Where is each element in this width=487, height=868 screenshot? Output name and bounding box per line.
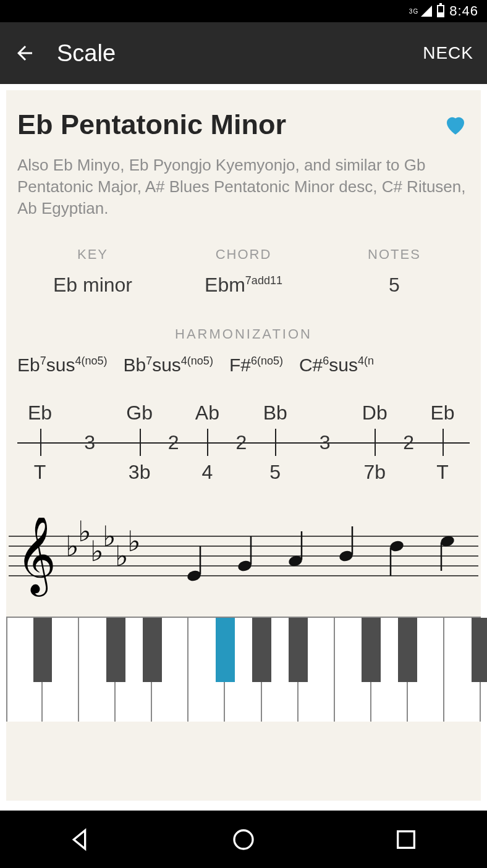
android-nav-bar (0, 811, 487, 868)
nav-home-icon[interactable] (231, 827, 256, 852)
black-key[interactable] (289, 618, 308, 682)
battery-icon (437, 5, 444, 17)
harmonization-chord[interactable]: C#6sus4(n (299, 355, 374, 376)
notes-value: 5 (319, 274, 470, 297)
black-key[interactable] (143, 618, 162, 682)
scale-title: Eb Pentatonic Minor (17, 109, 441, 141)
interval-note: Db (362, 402, 387, 424)
interval-tick (40, 429, 41, 456)
flat-icon: ♭ (66, 531, 79, 562)
interval-degree: 3b (129, 461, 151, 484)
harmonization-chord[interactable]: Bb7sus4(no5) (123, 355, 213, 376)
interval-note: Bb (263, 402, 287, 424)
flat-icon: ♭ (90, 536, 104, 567)
harmonization-row[interactable]: Eb7sus4(no5)Bb7sus4(no5)F#6(no5)C#6sus4(… (17, 355, 470, 376)
harmonization-chord[interactable]: Eb7sus4(no5) (17, 355, 107, 376)
neck-button[interactable]: NECK (423, 43, 473, 63)
interval-tick (443, 429, 444, 456)
interval-gap: 2 (235, 431, 247, 454)
interval-gap: 2 (168, 431, 179, 454)
page-body: Eb Pentatonic Minor Also Eb Minyo, Eb Py… (0, 84, 487, 811)
network-label: 3G (409, 8, 418, 15)
interval-degree: 4 (202, 461, 213, 484)
back-icon[interactable] (14, 42, 36, 64)
interval-gap: 2 (403, 431, 414, 454)
interval-chart: EbTGb3bAb4Bb5Db7bEbT32232 (17, 402, 470, 494)
harmonization-label: HARMONIZATION (17, 326, 470, 342)
black-key[interactable] (252, 618, 271, 682)
interval-gap: 3 (320, 431, 331, 454)
treble-clef-icon: 𝄞 (16, 518, 56, 597)
interval-gap: 3 (84, 431, 95, 454)
chord-base: Ebm (205, 274, 245, 296)
scale-description: Also Eb Minyo, Eb Pyongjo Kyemyonjo, and… (17, 154, 470, 219)
info-row: KEY Eb minor CHORD Ebm7add11 NOTES 5 (17, 246, 470, 297)
interval-note: Gb (126, 402, 153, 424)
status-bar: 3G 8:46 (0, 0, 487, 22)
chord-label: CHORD (168, 246, 319, 263)
key-label: KEY (17, 246, 168, 263)
interval-note: Ab (195, 402, 219, 424)
interval-degree: 7b (363, 461, 386, 484)
interval-tick (140, 429, 141, 456)
signal-icon (421, 6, 432, 17)
scale-card: Eb Pentatonic Minor Also Eb Minyo, Eb Py… (6, 90, 481, 801)
black-key[interactable] (33, 618, 53, 682)
flat-icon: ♭ (103, 521, 116, 552)
app-bar: Scale NECK (0, 22, 487, 84)
svg-rect-6 (397, 831, 414, 848)
keyboard[interactable] (6, 617, 481, 722)
black-key[interactable] (472, 618, 487, 682)
interval-degree: 5 (269, 461, 281, 484)
interval-tick (275, 429, 276, 456)
clock: 8:46 (449, 3, 478, 19)
interval-degree: T (34, 461, 46, 484)
nav-recent-icon[interactable] (394, 827, 418, 852)
svg-point-5 (234, 830, 253, 849)
page-title: Scale (57, 40, 423, 67)
flat-icon: ♭ (115, 541, 129, 572)
black-key[interactable] (216, 618, 235, 682)
chord-sup: 7add11 (245, 275, 282, 287)
black-key[interactable] (106, 618, 125, 682)
key-value[interactable]: Eb minor (17, 274, 168, 297)
black-key[interactable] (362, 618, 381, 682)
chord-value[interactable]: Ebm7add11 (168, 274, 319, 297)
staff: 𝄞 ♭♭♭♭♭♭ (6, 518, 481, 598)
nav-back-icon[interactable] (69, 827, 93, 852)
interval-note: Eb (28, 402, 52, 424)
flat-icon: ♭ (78, 518, 91, 547)
harmonization-chord[interactable]: F#6(no5) (229, 355, 283, 376)
interval-tick (207, 429, 208, 456)
interval-tick (375, 429, 376, 456)
interval-degree: T (436, 461, 449, 484)
notes-label: NOTES (319, 246, 470, 263)
flat-icon: ♭ (127, 526, 141, 557)
favorite-icon[interactable] (441, 112, 470, 138)
interval-note: Eb (431, 402, 455, 424)
black-key[interactable] (398, 618, 417, 682)
